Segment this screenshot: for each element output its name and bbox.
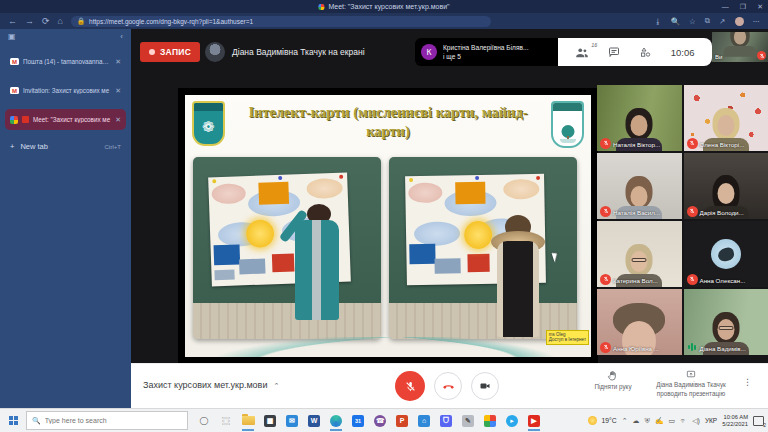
participant-name: Наталія Віктор... [613,141,660,148]
url-bar[interactable]: 🔒 https://meet.google.com/dng-bkgv-rqh?p… [71,16,491,27]
security-tray-icon[interactable]: ⛨ [645,417,650,424]
profile-avatar[interactable] [735,17,744,26]
taskbar-clock[interactable]: 10:06 AM 5/22/2021 [722,414,748,428]
participant-tile[interactable]: Діана Вадимів... [684,289,768,355]
discord-icon[interactable]: ᗜ [439,413,453,429]
child-figure [283,204,363,339]
tab-actions-icon[interactable]: ▣ [8,32,16,41]
school-emblem-right [551,101,584,148]
participant-tile[interactable]: Олена Вікторі... [684,85,768,151]
meet-favicon [318,4,324,10]
edge-browser-icon[interactable] [329,413,343,429]
url-text: https://meet.google.com/dng-bkgv-rqh?pli… [89,18,253,25]
zoom-icon[interactable]: 🔍 [671,17,680,26]
participant-name: Катерина Вол... [613,277,658,284]
back-icon[interactable]: ← [8,17,17,26]
participant-name: Наталія Васил... [613,209,660,216]
refresh-icon[interactable]: ⟳ [42,17,50,26]
search-input[interactable] [45,417,182,424]
participants-count-badge: 16 [591,42,597,48]
window-title-text: Meet: "Захист курсових мет.укр.мови" [328,3,449,10]
tab-meet-active[interactable]: Meet: "Захист курсових ме ✕ [5,109,126,130]
participant-tile[interactable]: Катерина Вол... [597,221,682,287]
chat-button[interactable] [608,46,620,58]
collections-icon[interactable]: ⧉ [705,16,710,26]
presenting-status: Діана Вадимівна Ткачук проводить презент… [644,369,738,398]
onedrive-tray-icon[interactable]: ☁ [633,417,640,424]
word-icon[interactable]: W [307,413,321,429]
camera-toggle-button[interactable] [471,372,499,400]
share-icon[interactable]: ↗ [719,17,725,26]
maximize-icon[interactable]: ❐ [740,3,746,11]
participant-tile[interactable]: Наталія Васил... [597,153,682,219]
taskbar-search[interactable]: 🔍 [26,411,188,430]
tab-gmail-inbox[interactable]: M Пошта (14) - tamanovaanna0@g ✕ [5,51,126,72]
volume-tray-icon[interactable]: ◁) [692,417,700,424]
collapse-sidebar-icon[interactable]: ‹ [120,32,123,41]
raise-hand-button[interactable]: Підняти руку [586,370,640,391]
mic-toggle-button[interactable] [395,371,425,401]
participants-button[interactable]: 16 [575,46,589,58]
forward-icon[interactable]: → [25,17,34,26]
pen-tray-icon[interactable]: ✍ [655,417,664,424]
store-icon[interactable]: ⌂ [417,413,431,429]
search-icon: 🔍 [32,417,41,425]
screen-share-stage: ❁ Інтелект-карти (мисленнєві карти, майн… [178,88,598,364]
participant-tile[interactable]: Анна Олексан... [684,221,768,287]
close-tab-icon[interactable]: ✕ [115,87,121,95]
start-button[interactable] [0,416,26,425]
weather-temp[interactable]: 19°C [602,417,617,424]
participant-tile[interactable]: Анна Юріївна ... [597,289,682,355]
close-tab-icon[interactable]: ✕ [115,58,121,66]
windows-logo-icon [9,416,18,425]
pinned-more-count: і ще 5 [443,52,529,61]
home-icon[interactable]: ⌂ [58,17,63,26]
more-menu-icon[interactable]: ⋯ [753,17,761,26]
activities-button[interactable] [639,46,652,58]
viber-icon[interactable]: ☎ [373,413,387,429]
notification-center-icon[interactable]: 2 [753,416,764,426]
close-tab-icon[interactable]: ✕ [115,116,121,124]
tab-invitation[interactable]: M Invitation: Захист курсових ме ✕ [5,80,126,101]
self-view-tile[interactable]: Ви [712,32,768,62]
tab-label: Пошта (14) - tamanovaanna0@g [23,58,111,65]
hidden-icons-chevron[interactable]: ⌃ [622,417,628,425]
download-icon[interactable]: ⭳ [654,17,662,26]
weather-icon[interactable] [588,416,597,425]
pinned-participant-pill[interactable]: К Кристіна Валеріївна Біляв... і ще 5 [415,38,558,66]
more-options-icon[interactable]: ⋮ [743,377,752,387]
browser-navbar: ← → ⟳ ⌂ 🔒 https://meet.google.com/dng-bk… [0,13,768,29]
calendar-icon[interactable]: 31 [351,413,365,429]
new-tab-button[interactable]: + New tab Ctrl+T [0,142,131,151]
raise-hand-label: Підняти руку [586,382,640,391]
language-indicator[interactable]: УКР [705,417,717,424]
mic-muted-icon [600,274,611,285]
mic-muted-icon [687,274,698,285]
photo-boy-at-blackboard [193,157,381,339]
telegram-icon[interactable]: ▸ [505,413,519,429]
close-icon[interactable]: ✕ [757,3,763,11]
file-explorer-icon[interactable] [241,413,255,429]
minimize-icon[interactable]: — [722,3,729,10]
network-tray-icon[interactable]: ᯤ [680,417,687,424]
presenting-banner: Діана Вадимівна Ткачук на екрані [205,42,365,62]
youtube-icon[interactable]: ▶ [527,413,541,429]
powerpoint-icon[interactable]: P [395,413,409,429]
task-view-icon[interactable]: ⿴ [219,413,233,429]
present-screen-icon [685,369,697,380]
paint-icon[interactable]: ✎ [461,413,475,429]
favorites-icon[interactable]: ☆ [689,17,696,26]
cortana-icon[interactable]: ◯ [197,413,211,429]
meeting-name-button[interactable]: Захист курсових мет.укр.мови ⌃ [143,380,279,390]
hand-icon [607,370,619,382]
slide-title: Інтелект-карти (мисленнєві карти, майнд-… [231,103,545,141]
self-video [718,32,761,55]
hang-up-button[interactable] [434,372,462,400]
mail-app-icon[interactable]: ✉ [285,413,299,429]
photos-pinwheel-icon[interactable] [483,413,497,429]
participant-tile[interactable]: Дарія Володи... [684,153,768,219]
photos-app-icon[interactable]: ▦ [263,413,277,429]
display-tray-icon[interactable]: ▭ [669,417,676,424]
meet-favicon [10,116,18,124]
participant-tile[interactable]: Наталія Віктор... [597,85,682,151]
